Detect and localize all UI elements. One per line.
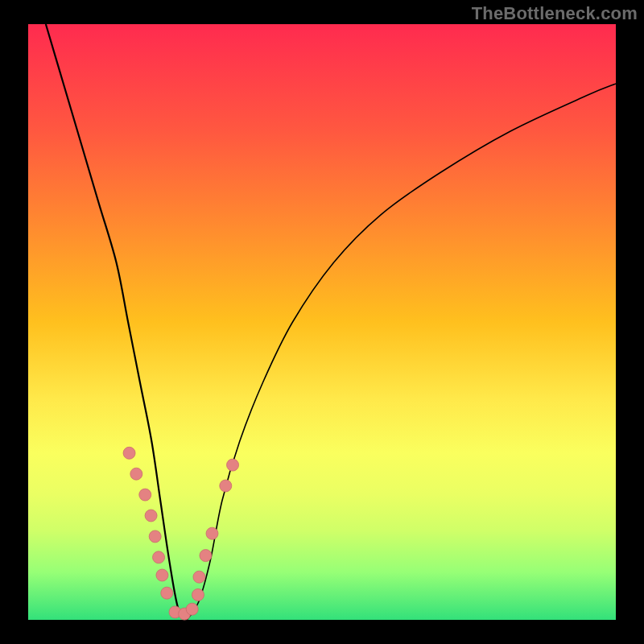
marker-dot [156,569,168,581]
marker-dot [193,571,205,583]
marker-dot [186,603,198,615]
marker-dot [130,468,142,480]
marker-dot [123,447,135,459]
marker-dot [153,551,165,564]
chart-svg [28,24,616,620]
curve-left [46,24,187,620]
marker-dot [149,530,161,543]
watermark-text: TheBottleneck.com [472,3,638,24]
marker-dot [192,588,204,601]
marker-dot [206,527,218,539]
marker-dot [139,489,151,501]
marker-dot [227,459,239,471]
marker-dot [145,510,157,522]
marker-dot [200,550,212,562]
curve-right [187,84,616,620]
marker-dots [123,447,238,620]
marker-dot [220,480,232,492]
marker-dot [161,587,173,599]
